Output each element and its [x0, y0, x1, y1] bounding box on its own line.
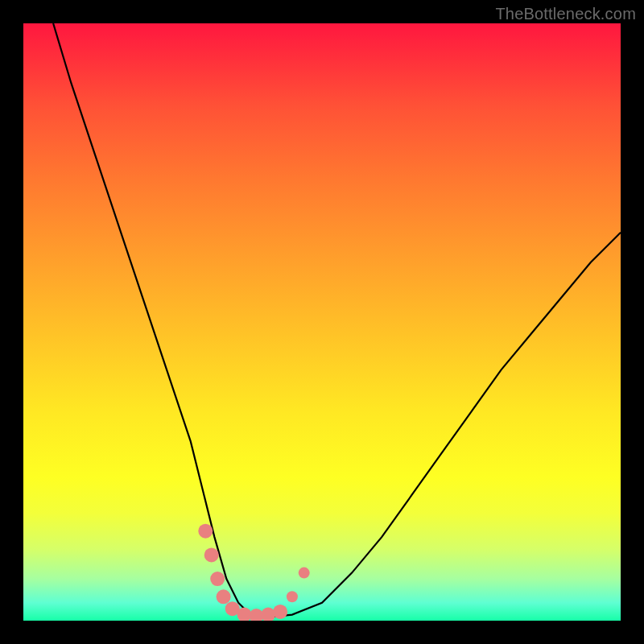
marker-dot [287, 591, 298, 602]
chart-svg [23, 23, 621, 621]
chart-frame: TheBottleneck.com [0, 0, 644, 644]
marker-dot [210, 572, 225, 586]
marker-dot [261, 608, 275, 621]
bottleneck-curve [53, 23, 621, 617]
marker-dot [204, 547, 219, 562]
marker-dot [198, 524, 213, 539]
marker-dot [217, 589, 231, 604]
curve-path [53, 23, 621, 617]
marker-dot [273, 605, 287, 619]
watermark-text: TheBottleneck.com [495, 5, 636, 23]
marker-dot [299, 568, 310, 579]
plot-area [23, 23, 621, 621]
